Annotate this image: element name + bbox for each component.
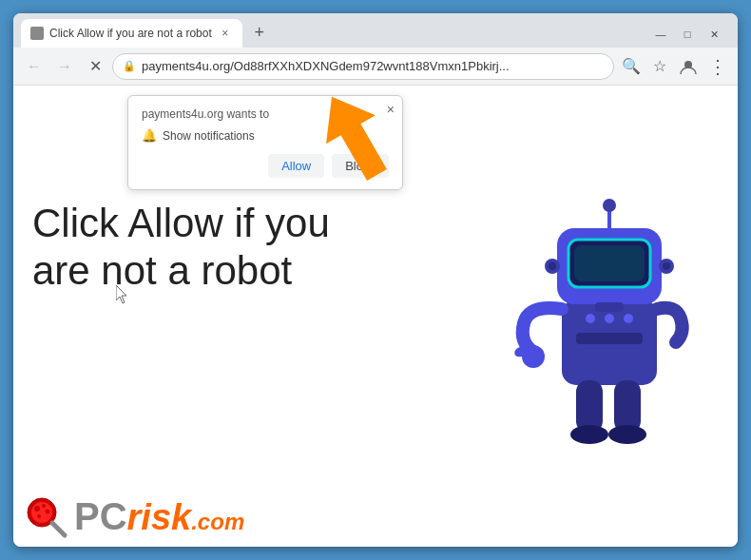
svg-marker-3 bbox=[116, 285, 126, 303]
tab-favicon bbox=[30, 27, 44, 40]
pcrisk-magnifier-icon bbox=[23, 493, 68, 539]
svg-point-17 bbox=[605, 314, 614, 323]
show-notifications-label: Show notifications bbox=[163, 129, 255, 143]
toolbar: ← → ✕ 🔒 payments4u.org/Od88rfXXhXDXNGdem… bbox=[13, 48, 738, 86]
svg-marker-2 bbox=[307, 86, 401, 189]
browser-window: Click Allow if you are not a robot × + —… bbox=[13, 13, 738, 547]
close-button[interactable]: ✕ bbox=[702, 25, 726, 44]
svg-rect-23 bbox=[614, 380, 641, 433]
page-content: × payments4u.org wants to 🔔 Show notific… bbox=[13, 86, 738, 547]
svg-rect-7 bbox=[574, 245, 645, 281]
pcrisk-text-logo: PCrisk.com bbox=[74, 495, 244, 538]
main-text: Click Allow if you are not a robot bbox=[32, 200, 356, 296]
robot-illustration bbox=[500, 152, 719, 456]
lock-icon: 🔒 bbox=[123, 60, 136, 72]
active-tab[interactable]: Click Allow if you are not a robot × bbox=[21, 19, 242, 48]
search-icon-button[interactable]: 🔍 bbox=[618, 53, 645, 80]
svg-point-30 bbox=[46, 510, 50, 514]
com-label: .com bbox=[191, 509, 244, 535]
svg-rect-9 bbox=[607, 209, 611, 230]
svg-rect-19 bbox=[576, 333, 643, 344]
svg-line-32 bbox=[52, 523, 65, 535]
forward-button[interactable]: → bbox=[51, 53, 78, 80]
tab-close-button[interactable]: × bbox=[218, 26, 233, 41]
svg-point-10 bbox=[603, 199, 616, 212]
menu-icon-button[interactable]: ⋮ bbox=[703, 53, 730, 80]
risk-label: risk bbox=[127, 497, 192, 538]
bell-icon: 🔔 bbox=[142, 128, 157, 143]
svg-rect-22 bbox=[576, 380, 603, 433]
maximize-button[interactable]: □ bbox=[675, 25, 700, 44]
svg-point-28 bbox=[34, 506, 40, 512]
minimize-button[interactable]: — bbox=[648, 25, 673, 44]
svg-point-25 bbox=[608, 425, 646, 444]
svg-rect-15 bbox=[595, 302, 624, 312]
cursor-indicator bbox=[116, 285, 127, 302]
url-text: payments4u.org/Od88rfXXhXDXNGdem972wvnt1… bbox=[142, 59, 604, 73]
address-bar[interactable]: 🔒 payments4u.org/Od88rfXXhXDXNGdem972wvn… bbox=[112, 53, 614, 80]
svg-point-29 bbox=[42, 504, 46, 508]
svg-point-16 bbox=[586, 314, 595, 323]
new-tab-button[interactable]: + bbox=[246, 19, 273, 46]
pc-label: PC bbox=[74, 495, 127, 538]
arrow-indicator bbox=[298, 86, 413, 190]
profile-icon-button[interactable] bbox=[675, 53, 702, 80]
window-controls: — □ ✕ bbox=[648, 25, 730, 48]
svg-point-24 bbox=[570, 425, 608, 444]
svg-point-12 bbox=[549, 262, 556, 270]
svg-point-14 bbox=[663, 262, 670, 270]
reload-button[interactable]: ✕ bbox=[82, 53, 108, 80]
svg-point-31 bbox=[37, 514, 41, 518]
pcrisk-logo: PCrisk.com bbox=[23, 493, 244, 539]
tab-bar: Click Allow if you are not a robot × + —… bbox=[13, 13, 738, 48]
bookmark-icon-button[interactable]: ☆ bbox=[646, 53, 673, 80]
toolbar-icons: 🔍 ☆ ⋮ bbox=[618, 53, 730, 80]
back-button[interactable]: ← bbox=[21, 53, 48, 80]
tab-title: Click Allow if you are not a robot bbox=[49, 27, 212, 40]
svg-point-18 bbox=[624, 314, 633, 323]
